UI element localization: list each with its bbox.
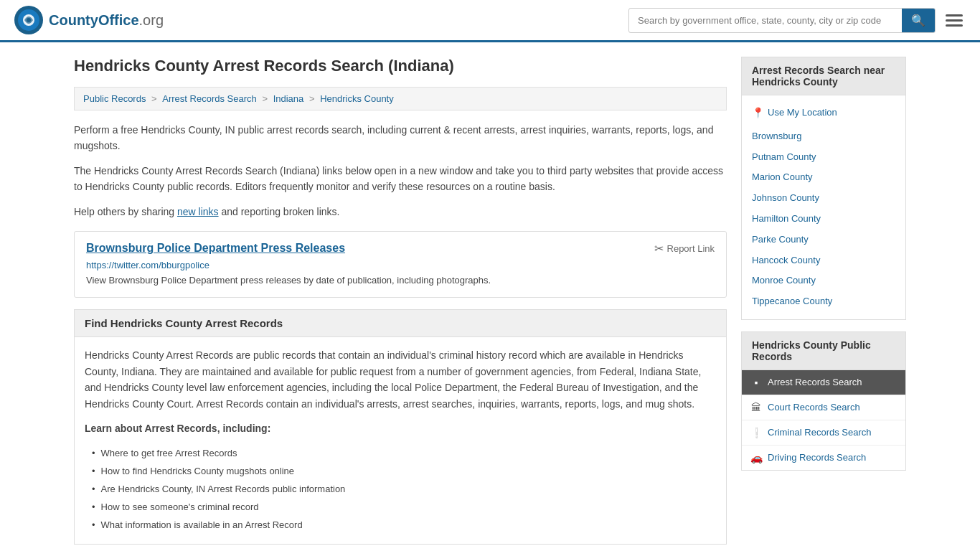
learn-item-1: Where to get free Arrest Records xyxy=(92,445,716,463)
search-input[interactable] xyxy=(629,10,902,31)
report-link-button[interactable]: ✂ Report Link xyxy=(654,242,715,255)
records-title-text: Hendricks County Public Records xyxy=(752,339,871,362)
criminal-icon: ❕ xyxy=(750,427,762,438)
sidebar-records-title: Hendricks County Public Records xyxy=(741,331,906,370)
nearby-parke[interactable]: Parke County xyxy=(752,230,895,250)
arrest-label: Arrest Records Search xyxy=(768,377,862,387)
learn-list: Where to get free Arrest Records How to … xyxy=(85,445,716,534)
breadcrumb-sep-2: > xyxy=(262,93,270,104)
content-wrapper: Hendricks County Arrest Records Search (… xyxy=(60,42,920,551)
driving-icon: 🚗 xyxy=(750,452,762,463)
sidebar-nearby-title: Arrest Records Search near Hendricks Cou… xyxy=(741,57,906,95)
nearby-monroe[interactable]: Monroe County xyxy=(752,270,895,291)
link-url[interactable]: https://twitter.com/bburgpolice xyxy=(86,260,715,270)
nearby-brownsburg[interactable]: Brownsburg xyxy=(752,126,895,147)
description-1: Perform a free Hendricks County, IN publ… xyxy=(74,122,727,154)
breadcrumb-sep-1: > xyxy=(151,93,159,104)
link-card-title[interactable]: Brownsburg Police Department Press Relea… xyxy=(86,242,345,255)
records-criminal[interactable]: ❕ Criminal Records Search xyxy=(742,420,905,446)
arrest-icon: ▪ xyxy=(750,377,762,388)
use-location-link[interactable]: Use My Location xyxy=(768,103,837,123)
description-2: The Hendricks County Arrest Records Sear… xyxy=(74,163,727,195)
search-bar: 🔍 xyxy=(628,8,936,33)
menu-button[interactable] xyxy=(943,11,966,29)
nearby-title-text: Arrest Records Search near Hendricks Cou… xyxy=(752,65,885,88)
menu-line-1 xyxy=(946,14,963,17)
desc3-suffix: and reporting broken links. xyxy=(219,206,340,217)
learn-item-4: How to see someone's criminal record xyxy=(92,499,716,517)
svg-point-3 xyxy=(27,18,31,22)
records-driving[interactable]: 🚗 Driving Records Search xyxy=(742,446,905,470)
breadcrumb-indiana[interactable]: Indiana xyxy=(273,93,304,104)
learn-item-3: Are Hendricks County, IN Arrest Records … xyxy=(92,481,716,499)
learn-item-2: How to find Hendricks County mugshots on… xyxy=(92,463,716,481)
menu-line-2 xyxy=(946,19,963,22)
report-label: Report Link xyxy=(667,243,715,254)
nearby-putnam[interactable]: Putnam County xyxy=(752,147,895,168)
find-section: Find Hendricks County Arrest Records Hen… xyxy=(74,309,727,545)
page-title: Hendricks County Arrest Records Search (… xyxy=(74,57,727,75)
breadcrumb-hendricks-county[interactable]: Hendricks County xyxy=(320,93,394,104)
breadcrumb-sep-3: > xyxy=(309,93,317,104)
criminal-label: Criminal Records Search xyxy=(768,427,872,438)
search-button[interactable]: 🔍 xyxy=(902,9,935,32)
new-links-link[interactable]: new links xyxy=(177,206,219,217)
records-court[interactable]: 🏛 Court Records Search xyxy=(742,395,905,420)
desc3-prefix: Help others by sharing xyxy=(74,206,177,217)
find-section-para: Hendricks County Arrest Records are publ… xyxy=(85,347,716,412)
menu-line-3 xyxy=(946,24,963,27)
driving-label: Driving Records Search xyxy=(768,452,866,463)
sidebar: Arrest Records Search near Hendricks Cou… xyxy=(741,57,906,545)
learn-item-5: What information is available in an Arre… xyxy=(92,517,716,534)
breadcrumb: Public Records > Arrest Records Search >… xyxy=(74,87,727,110)
link-desc: View Brownsburg Police Department press … xyxy=(86,273,715,288)
nearby-johnson[interactable]: Johnson County xyxy=(752,188,895,209)
learn-heading: Learn about Arrest Records, including: xyxy=(85,420,716,436)
nearby-hamilton[interactable]: Hamilton County xyxy=(752,209,895,230)
breadcrumb-arrest-records[interactable]: Arrest Records Search xyxy=(162,93,257,104)
nearby-marion[interactable]: Marion County xyxy=(752,167,895,188)
location-icon: 📍 xyxy=(752,107,764,118)
nearby-tippecanoe[interactable]: Tippecanoe County xyxy=(752,291,895,312)
header-right: 🔍 xyxy=(628,8,966,33)
link-card: Brownsburg Police Department Press Relea… xyxy=(74,231,727,298)
records-arrest[interactable]: ▪ Arrest Records Search xyxy=(742,370,905,395)
sidebar-nearby-links: 📍 Use My Location Brownsburg Putnam Coun… xyxy=(741,95,906,320)
logo-icon xyxy=(14,6,43,34)
logo-text: CountyOffice.org xyxy=(49,12,164,29)
sidebar-records-list: ▪ Arrest Records Search 🏛 Court Records … xyxy=(741,370,906,471)
main-content: Hendricks County Arrest Records Search (… xyxy=(74,57,727,545)
breadcrumb-public-records[interactable]: Public Records xyxy=(83,93,146,104)
scissors-icon: ✂ xyxy=(654,242,664,255)
link-card-header: Brownsburg Police Department Press Relea… xyxy=(86,242,715,255)
find-section-body: Hendricks County Arrest Records are publ… xyxy=(74,336,727,545)
description-3: Help others by sharing new links and rep… xyxy=(74,204,727,220)
court-label: Court Records Search xyxy=(768,402,860,413)
site-header: CountyOffice.org 🔍 xyxy=(0,0,980,42)
use-my-location[interactable]: 📍 Use My Location xyxy=(752,103,895,123)
nearby-hancock[interactable]: Hancock County xyxy=(752,250,895,271)
court-icon: 🏛 xyxy=(750,402,762,413)
find-section-header: Find Hendricks County Arrest Records xyxy=(74,309,727,336)
logo-area: CountyOffice.org xyxy=(14,6,164,34)
